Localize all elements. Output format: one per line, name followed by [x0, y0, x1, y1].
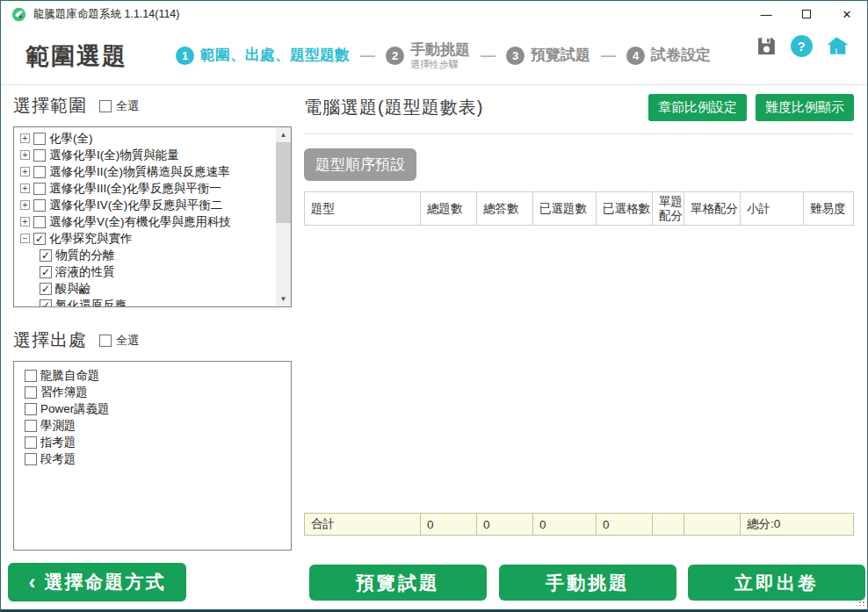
checkbox[interactable]	[40, 266, 52, 278]
range-select-all[interactable]: 全選	[99, 98, 139, 114]
maximize-icon	[802, 10, 811, 18]
close-button[interactable]: ✕	[827, 1, 867, 27]
source-item[interactable]: 段考題	[25, 450, 291, 467]
tree-item[interactable]: +選修化學IV(全)化學反應與平衡二	[17, 197, 291, 213]
expand-icon[interactable]: +	[20, 150, 30, 160]
source-item-label: 龍騰自命題	[40, 368, 100, 384]
expand-icon[interactable]: +	[20, 200, 30, 210]
checkbox[interactable]	[25, 386, 37, 399]
tree-item[interactable]: +化學(全)	[17, 130, 291, 147]
step-number-badge: 1	[176, 47, 194, 65]
source-item-label: Power講義題	[40, 401, 110, 417]
tree-item[interactable]: +選修化學III(全)化學反應與平衡一	[17, 180, 291, 197]
checkbox[interactable]	[33, 233, 46, 245]
window-title: 龍騰題庫命題系統 1.1.14(114)	[33, 7, 179, 22]
resize-grip[interactable]	[857, 598, 864, 606]
help-button[interactable]: ?	[790, 34, 813, 57]
tree-item-label: 化學探究與實作	[49, 231, 133, 247]
question-type-order-preset-button[interactable]: 題型順序預設	[304, 148, 416, 181]
save-button[interactable]	[755, 34, 778, 57]
app-window: 龍騰題庫命題系統 1.1.14(114) — ✕ 範圍選題 1範圍、出處、題型題…	[0, 0, 868, 612]
table-header-row: 題型總題數總答數已選題數已選格數單題配分單格配分小計難易度	[304, 191, 854, 226]
step-label: 手動挑題	[410, 42, 470, 59]
checkbox[interactable]	[33, 133, 46, 145]
checkbox[interactable]	[33, 199, 46, 212]
preview-questions-button[interactable]: 預覽試題	[309, 565, 487, 601]
source-item[interactable]: Power講義題	[25, 400, 291, 417]
tree-item-label: 氧化還原反應	[55, 298, 127, 308]
range-tree-scrollbar[interactable]: ▲ ▼	[276, 127, 291, 306]
step-number-badge: 4	[626, 47, 645, 65]
header: 範圍選題 1範圍、出處、題型題數—2手動挑題選擇性步驟—3預覽試題—4試卷設定 …	[1, 27, 867, 85]
checkbox[interactable]	[33, 166, 46, 178]
checkbox[interactable]	[25, 370, 37, 382]
range-select-all-checkbox[interactable]	[99, 100, 112, 112]
scrollbar-thumb[interactable]	[276, 142, 291, 223]
expand-icon[interactable]: +	[20, 133, 30, 143]
generate-paper-button[interactable]: 立即出卷	[688, 565, 865, 601]
source-item[interactable]: 指考題	[25, 434, 291, 450]
back-to-method-button[interactable]: ‹選擇命題方式	[8, 563, 186, 601]
total-row-label: 合計	[305, 514, 421, 535]
total-cell: 0	[597, 514, 653, 535]
step-separator: —	[601, 47, 616, 65]
tree-item[interactable]: +選修化學I(全)物質與能量	[17, 147, 291, 163]
scroll-down-icon[interactable]: ▼	[276, 292, 291, 306]
total-cell: 0	[533, 514, 597, 535]
tree-item-label: 選修化學V(全)有機化學與應用科技	[49, 214, 231, 230]
tree-item[interactable]: +選修化學V(全)有機化學與應用科技	[17, 213, 291, 230]
checkbox[interactable]	[25, 436, 37, 449]
checkbox[interactable]	[40, 299, 52, 308]
source-select-all-checkbox[interactable]	[99, 335, 112, 347]
tree-item[interactable]: −化學探究與實作	[17, 230, 291, 247]
checkbox[interactable]	[33, 149, 46, 162]
scroll-up-icon[interactable]: ▲	[276, 127, 291, 142]
checkbox[interactable]	[40, 283, 52, 295]
maximize-button[interactable]	[786, 1, 827, 27]
app-logo-icon	[11, 7, 26, 22]
checkbox[interactable]	[33, 183, 46, 195]
tree-item-label: 溶液的性質	[55, 264, 115, 280]
checkbox[interactable]	[25, 453, 37, 465]
expand-icon[interactable]: +	[20, 167, 30, 176]
step-label: 預覽試題	[531, 47, 590, 64]
difficulty-ratio-button[interactable]: 難度比例顯示	[756, 94, 854, 121]
source-item[interactable]: 學測題	[25, 417, 291, 434]
checkbox[interactable]	[40, 249, 52, 262]
source-item[interactable]: 龍騰自命題	[25, 367, 291, 384]
tree-item[interactable]: 氧化還原反應	[17, 297, 291, 307]
checkbox[interactable]	[33, 216, 46, 228]
page-title: 範圍選題	[25, 40, 127, 72]
expand-icon[interactable]: +	[20, 217, 30, 227]
help-icon: ?	[791, 35, 813, 57]
source-item-label: 習作簿題	[40, 385, 88, 400]
checkbox[interactable]	[25, 403, 37, 415]
left-panel: 選擇範圍 全選 +化學(全)+選修化學I(全)物質與能量+選修化學II(全)物質…	[13, 94, 292, 551]
home-button[interactable]	[825, 34, 848, 57]
tree-item-label: 選修化學II(全)物質構造與反應速率	[49, 164, 230, 180]
expand-icon[interactable]: +	[20, 184, 30, 193]
chapter-ratio-button[interactable]: 章節比例設定	[648, 94, 747, 121]
total-cell: 0	[421, 514, 477, 535]
back-button-label: 選擇命題方式	[45, 572, 166, 592]
step-separator: —	[481, 47, 495, 65]
tree-item[interactable]: 物質的分離	[17, 247, 291, 263]
step-number-badge: 2	[386, 47, 404, 65]
wizard-steps: 1範圍、出處、題型題數—2手動挑題選擇性步驟—3預覽試題—4試卷設定	[176, 42, 711, 69]
collapse-icon[interactable]: −	[20, 234, 30, 243]
source-select-all[interactable]: 全選	[99, 333, 139, 349]
tree-item[interactable]: +選修化學II(全)物質構造與反應速率	[17, 163, 291, 180]
tree-item-label: 酸與鹼	[55, 281, 91, 297]
column-header: 小計	[741, 192, 804, 225]
manual-pick-button[interactable]: 手動挑題	[499, 565, 676, 601]
tree-item[interactable]: 溶液的性質	[17, 263, 291, 280]
column-header: 總答數	[477, 192, 533, 225]
minimize-button[interactable]: —	[746, 1, 786, 27]
source-item[interactable]: 習作簿題	[25, 384, 291, 400]
step-number-badge: 3	[506, 47, 524, 65]
column-header: 題型	[305, 192, 421, 225]
checkbox[interactable]	[25, 420, 37, 432]
question-type-table: 題型總題數總答數已選題數已選格數單題配分單格配分小計難易度 合計0000總分:0	[304, 191, 854, 536]
tree-item[interactable]: 酸與鹼	[17, 280, 291, 297]
step-label: 範圍、出處、題型題數	[200, 47, 350, 64]
